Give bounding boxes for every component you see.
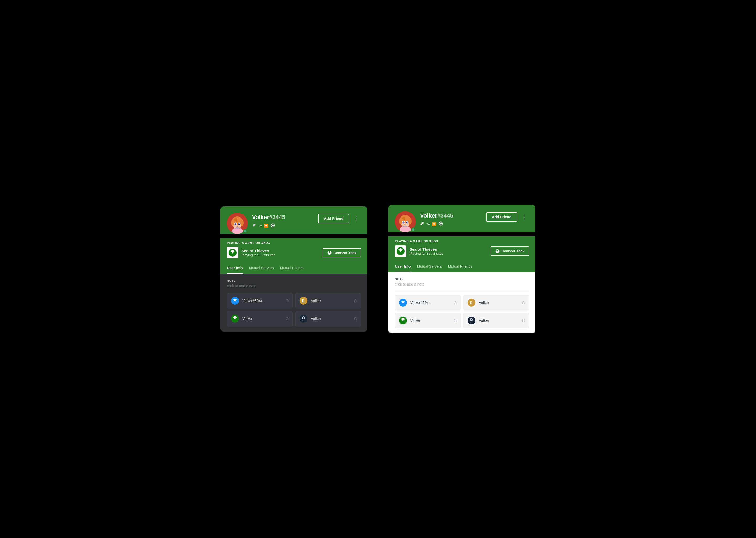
connection-battlenet[interactable]: Volker#5944 ⬡ — [227, 293, 293, 308]
activity-text-2: Sea of Thieves Playing for 35 minutes — [409, 247, 443, 255]
avatar-container-2 — [395, 211, 416, 232]
svg-point-24 — [303, 317, 304, 319]
card-header-2: Volker#3445 ∞ 🔽 — [389, 205, 536, 232]
connection-left: Volker#5944 — [231, 296, 263, 305]
game-icon-2 — [395, 245, 406, 257]
tab-user-info[interactable]: User Info — [227, 263, 243, 274]
more-options-button-2[interactable]: ⋮ — [519, 213, 529, 221]
tab-user-info-2[interactable]: User Info — [395, 261, 411, 272]
connection-left: D Volker — [299, 296, 321, 305]
connection-xbox[interactable]: Volker ⬡ — [227, 311, 293, 326]
chevron-badge-icon-2: 🔽 — [432, 222, 436, 226]
user-info-left-2: Volker#3445 ∞ 🔽 — [395, 211, 453, 232]
note-text-2[interactable]: click to add a note — [395, 282, 529, 286]
activity-left-2: Sea of Thieves Playing for 35 minutes — [395, 245, 443, 257]
connection-left-steam-2: Volker — [467, 316, 489, 325]
add-friend-button[interactable]: Add Friend — [318, 214, 349, 223]
svg-point-9 — [235, 223, 237, 225]
game-name: Sea of Thieves — [242, 248, 275, 253]
play-time: Playing for 35 minutes — [242, 253, 275, 257]
connection-left: Volker — [299, 314, 321, 323]
external-link-icon-8: ⬡ — [522, 318, 525, 323]
activity-row-2: Sea of Thieves Playing for 35 minutes Co… — [395, 245, 529, 261]
connection-left-lol-2: D Volker — [467, 298, 489, 307]
card-header: Volker#3445 ∞ 🔽 — [220, 206, 367, 234]
steam-icon — [299, 314, 307, 323]
note-text[interactable]: click to add a note — [227, 284, 361, 288]
lol-name: Volker — [311, 299, 321, 303]
lol-icon: D — [299, 296, 307, 305]
add-friend-button-2[interactable]: Add Friend — [486, 212, 517, 222]
profile-card-dark: Volker#3445 ∞ 🔽 — [220, 206, 367, 332]
connection-left-xbox-2: Volker — [399, 316, 420, 325]
razer-badge-icon-2 — [438, 221, 443, 227]
xbox-icon — [231, 314, 239, 323]
game-icon — [227, 247, 238, 258]
svg-point-15 — [272, 225, 273, 226]
header-top-2: Volker#3445 ∞ 🔽 — [395, 211, 529, 232]
note-section-2: NOTE click to add a note — [395, 277, 529, 291]
tab-mutual-servers[interactable]: Mutual Servers — [249, 263, 274, 274]
svg-point-37 — [407, 222, 408, 222]
tab-mutual-friends-2[interactable]: Mutual Friends — [448, 261, 473, 272]
xbox-icon-2 — [399, 316, 407, 325]
activity-section-2: PLAYING A GAME ON XBOX Sea of Thieves Pl… — [389, 237, 536, 261]
note-label: NOTE — [227, 279, 361, 282]
connect-xbox-button[interactable]: Connect Xbox — [323, 248, 361, 257]
connection-lol-2[interactable]: D Volker ⬡ — [463, 295, 529, 310]
activity-text: Sea of Thieves Playing for 35 minutes — [242, 248, 275, 257]
svg-text:D: D — [302, 299, 305, 303]
user-details: Volker#3445 ∞ 🔽 — [252, 213, 285, 229]
battlenet-icon-2 — [399, 298, 407, 307]
note-label-2: NOTE — [395, 277, 529, 281]
connect-xbox-button-2[interactable]: Connect Xbox — [491, 246, 529, 256]
user-info-left: Volker#3445 ∞ 🔽 — [227, 213, 285, 234]
header-top: Volker#3445 ∞ 🔽 — [227, 213, 361, 234]
activity-section: PLAYING A GAME ON XBOX Sea of Thieves Pl… — [220, 238, 367, 263]
more-options-button[interactable]: ⋮ — [351, 215, 361, 223]
connection-steam-2[interactable]: Volker ⬡ — [463, 313, 529, 328]
username: Volker#3445 — [252, 214, 285, 221]
external-link-icon-7: ⬡ — [453, 318, 457, 323]
infinity-badge-icon-2: ∞ — [427, 222, 430, 227]
battlenet-icon — [231, 296, 239, 305]
external-link-icon: ⬡ — [286, 299, 289, 303]
profile-card-light: Volker#3445 ∞ 🔽 — [389, 205, 536, 333]
header-actions: Add Friend ⋮ — [318, 213, 361, 223]
connection-xbox-2[interactable]: Volker ⬡ — [395, 313, 461, 328]
external-link-icon-2: ⬡ — [354, 299, 357, 303]
svg-point-10 — [238, 223, 240, 225]
svg-point-36 — [403, 222, 404, 222]
razer-badge-icon — [270, 223, 275, 229]
connections-grid: Volker#5944 ⬡ D Volker ⬡ — [227, 293, 361, 326]
external-link-icon-5: ⬡ — [453, 300, 457, 305]
svg-point-11 — [235, 223, 236, 224]
header-actions-2: Add Friend ⋮ — [486, 211, 529, 222]
play-time-2: Playing for 35 minutes — [409, 251, 443, 255]
battlenet-name-2: Volker#5944 — [410, 300, 431, 305]
svg-text:D: D — [470, 300, 473, 305]
steam-name: Volker — [311, 317, 321, 321]
connection-steam[interactable]: Volker ⬡ — [295, 311, 361, 326]
tab-mutual-friends[interactable]: Mutual Friends — [280, 263, 305, 274]
tab-mutual-servers-2[interactable]: Mutual Servers — [417, 261, 442, 272]
svg-point-35 — [406, 221, 408, 223]
user-details-2: Volker#3445 ∞ 🔽 — [420, 211, 453, 227]
connection-lol[interactable]: D Volker ⬡ — [295, 293, 361, 308]
activity-row: Sea of Thieves Playing for 35 minutes Co… — [227, 247, 361, 263]
battlenet-name: Volker#5944 — [242, 299, 263, 303]
badges: ∞ 🔽 — [252, 223, 285, 229]
steam-name-2: Volker — [479, 318, 489, 323]
connection-battlenet-2[interactable]: Volker#5944 ⬡ — [395, 295, 461, 310]
tools-badge-icon-2 — [420, 221, 425, 227]
xbox-name-2: Volker — [410, 318, 420, 323]
card-body-2: NOTE click to add a note Volker#5944 ⬡ — [389, 272, 536, 333]
status-dot — [243, 229, 247, 233]
activity-left: Sea of Thieves Playing for 35 minutes — [227, 247, 275, 258]
external-link-icon-3: ⬡ — [286, 317, 289, 321]
activity-label: PLAYING A GAME ON XBOX — [227, 241, 361, 244]
external-link-icon-6: ⬡ — [522, 300, 525, 305]
svg-point-40 — [440, 223, 442, 224]
infinity-badge-icon: ∞ — [259, 223, 262, 228]
lol-icon-2: D — [467, 298, 476, 307]
